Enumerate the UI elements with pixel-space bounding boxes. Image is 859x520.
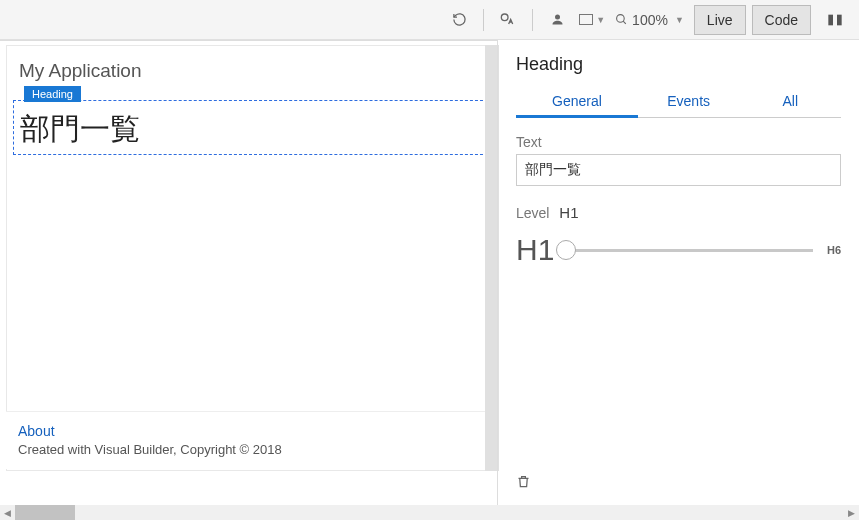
- slider-knob[interactable]: [556, 240, 576, 260]
- toolbar-divider: [532, 9, 533, 31]
- tab-events[interactable]: Events: [638, 87, 740, 117]
- svg-rect-5: [837, 14, 842, 25]
- level-row: Level H1: [516, 204, 841, 221]
- level-label: Level: [516, 205, 549, 221]
- svg-line-3: [623, 21, 626, 24]
- heading-text: 部門一覧: [20, 109, 481, 150]
- live-button[interactable]: Live: [694, 5, 746, 35]
- horizontal-scrollbar[interactable]: ◀ ▶: [0, 505, 859, 520]
- scroll-thumb[interactable]: [15, 505, 75, 520]
- scroll-right-icon[interactable]: ▶: [844, 505, 859, 520]
- copyright-text: Created with Visual Builder, Copyright ©…: [18, 442, 483, 457]
- text-input[interactable]: [516, 154, 841, 186]
- level-slider-row: H1 H6: [516, 233, 841, 267]
- code-button[interactable]: Code: [752, 5, 811, 35]
- level-value: H1: [559, 204, 578, 221]
- scroll-left-icon[interactable]: ◀: [0, 505, 15, 520]
- reload-icon[interactable]: [443, 4, 475, 36]
- viewport-select[interactable]: ▼: [575, 4, 609, 36]
- about-link[interactable]: About: [18, 423, 55, 439]
- text-field-label: Text: [516, 134, 841, 150]
- design-canvas: My Application Heading 部門一覧 About Create…: [0, 40, 497, 505]
- user-icon[interactable]: [541, 4, 573, 36]
- translate-icon[interactable]: [492, 4, 524, 36]
- top-toolbar: ▼ 100% ▼ Live Code: [0, 0, 859, 40]
- svg-point-0: [502, 14, 509, 21]
- toolbar-divider: [483, 9, 484, 31]
- zoom-value: 100%: [632, 12, 668, 28]
- slider-max-label: H6: [827, 244, 841, 256]
- selection-tag: Heading: [24, 86, 81, 102]
- slider-min-label: H1: [516, 233, 554, 267]
- svg-point-1: [555, 15, 560, 20]
- panel-title: Heading: [516, 54, 841, 75]
- svg-rect-4: [828, 14, 833, 25]
- panel-toggle-icon[interactable]: [819, 4, 851, 36]
- property-tabs: General Events All: [516, 87, 841, 118]
- level-slider[interactable]: [562, 249, 813, 252]
- tab-general[interactable]: General: [516, 87, 638, 118]
- svg-point-2: [617, 15, 625, 23]
- properties-panel: Heading General Events All Text Level H1…: [497, 40, 859, 505]
- tab-all[interactable]: All: [739, 87, 841, 117]
- zoom-select[interactable]: 100% ▼: [611, 12, 688, 28]
- heading-component[interactable]: Heading 部門一覧: [13, 100, 488, 155]
- app-footer: About Created with Visual Builder, Copyr…: [6, 411, 495, 469]
- delete-icon[interactable]: [516, 474, 531, 493]
